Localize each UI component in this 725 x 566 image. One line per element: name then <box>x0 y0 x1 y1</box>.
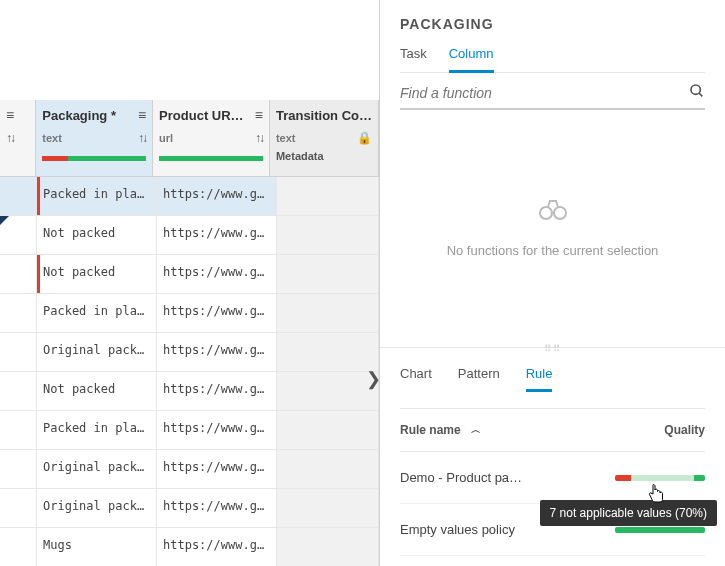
column-menu-icon[interactable]: ≡ <box>138 108 146 122</box>
column-header-transition[interactable]: Transition Co… text 🔒 Metadata <box>270 100 379 176</box>
quality-bar <box>159 156 263 161</box>
cell-url[interactable]: https://www.go… <box>157 528 277 566</box>
svg-point-3 <box>554 207 566 219</box>
cell-transition[interactable] <box>277 450 379 488</box>
empty-message: No functions for the current selection <box>447 243 659 258</box>
search-icon[interactable] <box>689 83 705 102</box>
table-row[interactable]: Packed in plast…https://www.go… <box>0 294 379 333</box>
tab-pattern[interactable]: Pattern <box>458 366 500 392</box>
row-handle[interactable] <box>0 294 37 332</box>
row-handle[interactable] <box>0 489 37 527</box>
lock-icon: 🔒 <box>357 131 372 145</box>
cell-transition[interactable] <box>277 528 379 566</box>
row-handle[interactable] <box>0 372 37 410</box>
cell-packaging[interactable]: Original packag… <box>37 333 157 371</box>
table-row[interactable]: Packed in plast…https://www.go… <box>0 411 379 450</box>
cell-url[interactable]: https://www.go… <box>157 450 277 488</box>
column-menu-icon[interactable]: ≡ <box>255 108 263 122</box>
function-search <box>400 77 705 110</box>
cursor-icon <box>647 484 665 508</box>
quality-bar <box>42 156 146 161</box>
cell-transition[interactable] <box>277 294 379 332</box>
rule-name: Demo - Product pa… <box>400 470 615 485</box>
column-header-product-url[interactable]: Product UR… ≡ url ↑↓ <box>153 100 270 176</box>
row-handle[interactable] <box>0 177 37 215</box>
cell-url[interactable]: https://www.go… <box>157 411 277 449</box>
cell-transition[interactable] <box>277 411 379 449</box>
table-row[interactable]: Not packedhttps://www.go… <box>0 255 379 294</box>
binoculars-icon <box>538 199 568 227</box>
cell-packaging[interactable]: Packed in plast… <box>37 411 157 449</box>
chevron-up-icon[interactable]: ︿ <box>471 423 481 437</box>
row-handle-column: ≡ ↑↓ <box>0 100 36 176</box>
row-handle[interactable] <box>0 255 37 293</box>
row-handle[interactable] <box>0 528 37 566</box>
tab-chart[interactable]: Chart <box>400 366 432 392</box>
tab-column[interactable]: Column <box>449 46 494 73</box>
table-row[interactable]: Original packag…https://www.go… <box>0 450 379 489</box>
sort-icon[interactable]: ↑↓ <box>6 131 14 145</box>
row-handle[interactable] <box>0 411 37 449</box>
sort-icon[interactable]: ↑↓ <box>255 131 263 145</box>
cell-transition[interactable] <box>277 216 379 254</box>
cell-url[interactable]: https://www.go… <box>157 333 277 371</box>
cell-packaging[interactable]: Packed in plast… <box>37 294 157 332</box>
cell-packaging[interactable]: Not packed <box>37 372 157 410</box>
cell-packaging[interactable]: Packed in plast… <box>37 177 157 215</box>
invalid-indicator <box>37 177 40 215</box>
functions-empty-state: No functions for the current selection <box>380 110 725 347</box>
fold-indicator-icon <box>0 216 10 225</box>
table-row[interactable]: Mugshttps://www.go… <box>0 528 379 566</box>
table-row[interactable]: Packed in plast…https://www.goo… <box>0 177 379 216</box>
row-handle[interactable] <box>0 450 37 488</box>
menu-icon[interactable]: ≡ <box>6 108 14 122</box>
cell-url[interactable]: https://www.go… <box>157 216 277 254</box>
row-handle[interactable] <box>0 216 37 254</box>
svg-point-2 <box>540 207 552 219</box>
svg-line-1 <box>699 93 702 96</box>
cell-packaging[interactable]: Original packag… <box>37 489 157 527</box>
cell-url[interactable]: https://www.goo… <box>157 177 277 215</box>
detail-tabs: Chart Pattern Rule <box>400 366 705 392</box>
cell-url[interactable]: https://www.go… <box>157 294 277 332</box>
column-header-packaging[interactable]: Packaging * ≡ text ↑↓ <box>36 100 153 176</box>
column-meta-label: Metadata <box>276 150 372 162</box>
table-row[interactable]: Original packag…https://www.go… <box>0 489 379 528</box>
column-title: Product UR… <box>159 108 244 123</box>
rule-name-header[interactable]: Rule name <box>400 423 461 437</box>
cell-transition[interactable] <box>277 372 379 410</box>
quality-tooltip: 7 not applicable values (70%) <box>540 500 717 526</box>
cell-transition[interactable] <box>277 255 379 293</box>
cell-packaging[interactable]: Not packed <box>37 255 157 293</box>
cell-packaging[interactable]: Mugs <box>37 528 157 566</box>
chevron-right-icon[interactable]: ❯ <box>366 368 381 390</box>
sort-icon[interactable]: ↑↓ <box>138 131 146 145</box>
column-type: text <box>42 132 62 144</box>
rule-quality-header[interactable]: Quality <box>664 423 705 437</box>
cell-url[interactable]: https://www.go… <box>157 255 277 293</box>
search-input[interactable] <box>400 85 689 101</box>
rule-quality-bar <box>615 527 705 533</box>
column-type: text <box>276 132 296 144</box>
table-header: ≡ ↑↓ Packaging * ≡ text ↑↓ <box>0 100 379 177</box>
drag-handle-icon[interactable]: ⠿⠿ <box>544 343 562 354</box>
row-handle[interactable] <box>0 333 37 371</box>
tab-rule[interactable]: Rule <box>526 366 553 392</box>
table-row[interactable]: Original packag…https://www.go… <box>0 333 379 372</box>
side-panel: PACKAGING Task Column No functions for t… <box>380 0 725 566</box>
cell-url[interactable]: https://www.go… <box>157 489 277 527</box>
cell-packaging[interactable]: Not packed <box>37 216 157 254</box>
column-title: Packaging * <box>42 108 116 123</box>
cell-transition[interactable] <box>277 177 379 215</box>
svg-point-0 <box>691 85 700 94</box>
cell-url[interactable]: https://www.go… <box>157 372 277 410</box>
panel-title: PACKAGING <box>400 10 705 46</box>
cell-packaging[interactable]: Original packag… <box>37 450 157 488</box>
table-row[interactable]: Not packedhttps://www.go… <box>0 372 379 411</box>
cell-transition[interactable] <box>277 333 379 371</box>
column-type: url <box>159 132 173 144</box>
tab-task[interactable]: Task <box>400 46 427 72</box>
bottom-panel: ⠿⠿ ❯ Chart Pattern Rule Rule name ︿ Qual… <box>380 347 725 566</box>
table-row[interactable]: Not packedhttps://www.go… <box>0 216 379 255</box>
cell-transition[interactable] <box>277 489 379 527</box>
